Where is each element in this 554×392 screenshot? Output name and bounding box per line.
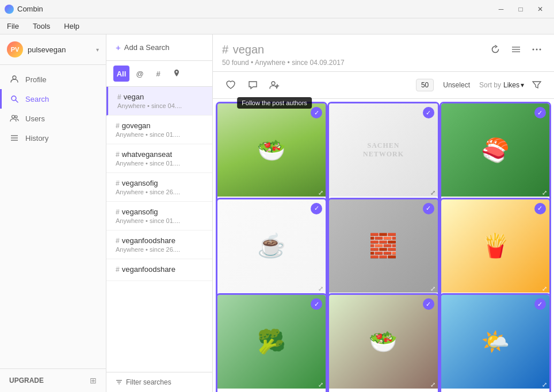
svg-point-15 [536, 49, 538, 51]
svg-point-14 [533, 49, 534, 51]
grid-item-bed[interactable]: ☕ ✓ ⤢ ♡ 8 💬 0 [217, 199, 326, 308]
search-title: veganfoodshare [122, 265, 175, 274]
sidebar-item-label: Profile [25, 75, 47, 84]
page-title: # vegan [222, 43, 265, 56]
profile-icon [9, 74, 20, 84]
main-layout: PV pulsevegan ▾ Profile Search U [0, 34, 554, 392]
grid-item-veggies[interactable]: 🥦 ✓ ⤢ ♡ 0 💬 0 [217, 295, 326, 392]
search-item-vegansofig-2[interactable]: # vegansofig Anywhere • since 01.... [106, 202, 212, 230]
history-icon [9, 133, 20, 143]
filter-button[interactable] [529, 77, 545, 93]
sidebar: PV pulsevegan ▾ Profile Search U [0, 34, 106, 392]
tab-all[interactable]: All [113, 66, 129, 82]
selected-check: ✓ [423, 298, 434, 310]
content-meta: 50 found • Anywhere • since 04.09.2017 [222, 59, 545, 67]
search-title: vegansofig [122, 179, 158, 187]
grid-item-salad[interactable]: 🥗 ✓ ⤢ ♡ 0 💬 0 [329, 295, 437, 392]
grid-item-wall[interactable]: 🧱 ✓ ⤢ ♡ 8 💬 0 [329, 199, 437, 308]
refresh-button[interactable] [487, 41, 503, 57]
more-options-button[interactable] [529, 41, 545, 57]
like-button[interactable] [222, 76, 239, 94]
search-title: whatveganseat [122, 150, 172, 159]
sidebar-item-label: History [25, 134, 48, 143]
add-search-label: Add a Search [124, 43, 170, 52]
content-toolbar: Follow the post authors 50 Unselect Sort… [213, 72, 554, 99]
sort-chevron-icon: ▾ [521, 81, 524, 89]
expand-button[interactable]: ⤢ [318, 285, 323, 293]
svg-rect-9 [117, 382, 121, 383]
filter-searches-button[interactable]: Filter searches [106, 372, 212, 392]
selected-check: ✓ [423, 107, 434, 118]
search-item-veganfoodshare-1[interactable]: # veganfoodshare Anywhere • since 26.... [106, 230, 212, 259]
search-item-veganfoodshare-2[interactable]: # veganfoodshare [106, 259, 212, 281]
sidebar-bottom: UPGRADE ⊞ [0, 368, 106, 392]
selected-check: ✓ [311, 203, 322, 214]
filter-tabs: All @ # [106, 61, 212, 87]
comment-button[interactable] [244, 76, 261, 94]
expand-button[interactable]: ⤢ [542, 285, 547, 293]
expand-button[interactable]: ⤢ [430, 285, 435, 293]
hash-icon: # [116, 179, 120, 187]
hash-icon: # [116, 208, 120, 216]
menu-file[interactable]: File [5, 21, 21, 32]
search-title: govegan [122, 121, 151, 130]
sidebar-item-label: Search [25, 95, 49, 103]
hash-icon: # [116, 151, 120, 159]
chevron-down-icon: ▾ [96, 47, 99, 53]
search-subtitle: Anywhere • since 04.... [117, 102, 203, 109]
sidebar-item-profile[interactable]: Profile [0, 70, 106, 89]
sidebar-item-label: Users [25, 114, 45, 123]
tab-hashtags[interactable]: # [150, 66, 166, 82]
search-name: vegan [233, 43, 265, 56]
search-item-vegansofig-1[interactable]: # vegansofig Anywhere • since 26.... [106, 173, 212, 202]
header-actions [487, 41, 545, 57]
list-view-button[interactable] [508, 41, 524, 57]
selected-check: ✓ [534, 107, 546, 118]
username-label: pulsevegan [28, 45, 91, 54]
expand-button[interactable]: ⤢ [318, 381, 323, 389]
expand-button[interactable]: ⤢ [318, 189, 323, 197]
minimize-button[interactable]: ─ [492, 1, 510, 17]
grid-item-bowl[interactable]: 🥗 ✓ ⤢ ♡ 18 💬 1 [217, 103, 326, 212]
title-row: # vegan [222, 41, 545, 57]
sidebar-item-search[interactable]: Search [0, 89, 106, 109]
grid-item-sushi[interactable]: 🍣 ✓ ⤢ ♡ 9 💬 0 [441, 103, 549, 212]
grid-item-fries[interactable]: 🍟 ✓ ⤢ ♡ 6 💬 0 [441, 199, 549, 308]
image-grid: 🥗 ✓ ⤢ ♡ 18 💬 1 SACHENNETWORK ✓ ⤢ ♡ 13 💬 … [213, 99, 554, 392]
searches-panel: + Add a Search All @ # # vegan Anywhere … [106, 34, 213, 392]
search-subtitle: Anywhere • since 26.... [116, 246, 203, 253]
user-selector[interactable]: PV pulsevegan ▾ [0, 34, 106, 65]
hash-icon: # [116, 266, 120, 274]
app-title: Combin [17, 5, 43, 13]
search-item-vegan[interactable]: # vegan Anywhere • since 04.... [106, 87, 212, 116]
expand-button[interactable]: ⤢ [542, 381, 547, 389]
menu-tools[interactable]: Tools [30, 21, 52, 32]
tab-mentions[interactable]: @ [132, 66, 148, 82]
expand-button[interactable]: ⤢ [542, 189, 547, 197]
unselect-button[interactable]: Unselect [438, 79, 475, 91]
search-item-govegan[interactable]: # govegan Anywhere • since 01.... [106, 116, 212, 144]
svg-line-2 [16, 100, 18, 102]
sidebar-item-history[interactable]: History [0, 128, 106, 148]
grid-item-sky[interactable]: 🌤️ ✓ ⤢ ♡ 0 💬 0 [441, 295, 549, 392]
expand-button[interactable]: ⤢ [430, 381, 435, 389]
hash-prefix: # [222, 43, 232, 56]
follow-authors-button[interactable]: Follow the post authors [266, 76, 283, 94]
maximize-button[interactable]: □ [511, 1, 530, 17]
menubar: File Tools Help [0, 18, 554, 34]
sort-value-button[interactable]: Likes ▾ [503, 81, 524, 89]
sidebar-item-users[interactable]: Users [0, 109, 106, 128]
svg-rect-10 [119, 383, 120, 385]
add-search-button[interactable]: + Add a Search [106, 34, 212, 61]
menu-help[interactable]: Help [62, 21, 82, 32]
upgrade-button[interactable]: UPGRADE [9, 376, 44, 385]
grid-item-face[interactable]: SACHENNETWORK ✓ ⤢ ♡ 13 💬 0 [329, 103, 437, 212]
svg-point-17 [272, 82, 275, 85]
close-button[interactable]: ✕ [531, 1, 549, 17]
expand-button[interactable]: ⤢ [430, 189, 435, 197]
titlebar-left: Combin [5, 5, 43, 14]
svg-point-16 [540, 49, 541, 51]
search-item-whatveganseat[interactable]: # whatveganseat Anywhere • since 01.... [106, 144, 212, 173]
svg-point-3 [12, 116, 15, 118]
tab-location[interactable] [169, 66, 185, 82]
